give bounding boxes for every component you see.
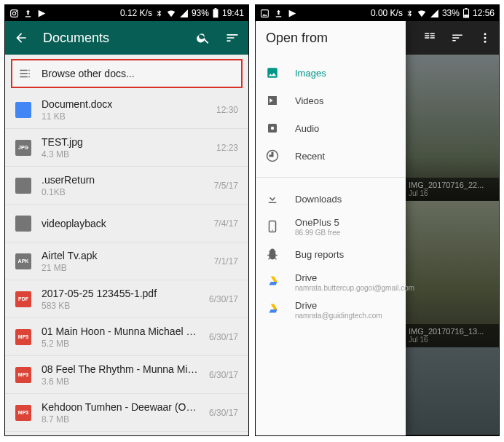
file-name: Document.docx (42, 98, 206, 110)
images-icon (266, 66, 279, 79)
file-item[interactable]: APKAirtel Tv.apk21 MB7/1/17 (5, 242, 248, 280)
file-item[interactable]: PDF2017-05-25 123455.pdf (5, 432, 248, 435)
file-size: 0.1KB (42, 187, 204, 197)
svg-point-9 (484, 33, 487, 35)
bug-icon (266, 248, 279, 261)
upload-icon (23, 9, 33, 18)
drawer-label: OnePlus 5 (295, 217, 340, 228)
gallery-thumb[interactable]: IMG_20170716_13... Jul 16 (404, 201, 499, 347)
divider (256, 177, 406, 178)
battery-percent: 33% (442, 8, 460, 18)
signal-icon (430, 9, 439, 18)
sort-icon[interactable] (225, 31, 240, 45)
thumb-title: IMG_20170716_22... (409, 181, 495, 189)
bluetooth-icon (406, 9, 414, 17)
file-meta: 6/30/17 (209, 408, 238, 418)
gallery-body: IMG_20170716_22... Jul 16 IMG_20170716_1… (256, 21, 499, 435)
file-name: Airtel Tv.apk (42, 250, 204, 261)
videos-icon (266, 94, 279, 107)
browse-label: Browse other docs... (42, 68, 135, 79)
sort-icon[interactable] (451, 31, 464, 44)
file-item[interactable]: MP301 Main Hoon - Munna Michael 190Kbps.… (5, 318, 248, 356)
file-type-icon: MP3 (15, 367, 31, 383)
back-icon[interactable] (14, 31, 28, 45)
file-name: .userReturn (42, 174, 204, 186)
file-meta: 6/30/17 (209, 370, 238, 380)
image-icon (260, 9, 269, 18)
thumb-title: IMG_20170716_13... (409, 327, 495, 336)
wifi-icon (417, 8, 427, 18)
svg-rect-4 (215, 8, 217, 9)
file-list[interactable]: Document.docx11 KB12:30JPGTEST.jpg4.3 MB… (5, 91, 248, 435)
svg-point-2 (16, 10, 17, 11)
more-icon[interactable] (479, 31, 492, 44)
file-name: 2017-05-25 123455-1.pdf (42, 288, 199, 299)
svg-point-1 (12, 12, 15, 15)
file-item[interactable]: .userReturn0.1KB7/5/17 (5, 167, 248, 205)
drawer-item-audio[interactable]: Audio (256, 114, 406, 142)
drive-icon (266, 275, 279, 288)
browse-other-docs[interactable]: Browse other docs... (11, 59, 243, 88)
gallery-thumb[interactable]: IMG_20170716_22... Jul 16 (404, 55, 499, 201)
drawer-item-downloads[interactable]: Downloads (256, 185, 406, 213)
gallery-thumb[interactable] (404, 347, 499, 435)
svg-point-13 (271, 127, 275, 130)
drawer-item-drive-1[interactable]: Drive namrata.buttercup.gogoi@gmail.com (256, 268, 406, 296)
svg-rect-5 (261, 9, 269, 17)
upload-icon (274, 9, 283, 18)
thumb-date: Jul 16 (409, 189, 495, 197)
status-bar: 0.12 K/s 93% 19:41 (5, 5, 248, 21)
drawer-item-videos[interactable]: Videos (256, 87, 406, 114)
file-type-icon: MP3 (15, 405, 31, 421)
file-item[interactable]: MP308 Feel The Rhythm - Munna Michael (A… (5, 356, 248, 394)
search-icon[interactable] (196, 31, 210, 45)
file-item[interactable]: Document.docx11 KB12:30 (5, 91, 248, 129)
battery-icon (462, 8, 470, 18)
drawer-item-recent[interactable]: Recent (256, 142, 406, 170)
battery-icon (212, 8, 219, 18)
drawer-sublabel: namrata@guidingtech.com (295, 312, 382, 320)
file-meta: 7/5/17 (214, 181, 238, 191)
audio-icon (266, 122, 279, 135)
file-type-icon (15, 216, 31, 232)
file-name: Kehdoon Tumhen - Deewaar (Original) 320K… (42, 401, 199, 413)
drawer-item-images[interactable]: Images (256, 59, 406, 87)
thumb-date: Jul 16 (409, 336, 495, 344)
drawer-label: Images (295, 68, 326, 79)
battery-percent: 93% (192, 8, 209, 18)
instagram-icon (9, 9, 19, 18)
file-meta: 12:30 (216, 105, 238, 115)
file-meta: 7/1/17 (214, 256, 238, 267)
file-type-icon: APK (15, 253, 31, 269)
file-type-icon: PDF (15, 291, 31, 307)
grid-view-icon[interactable] (423, 31, 436, 44)
file-item[interactable]: MP3Kehdoon Tumhen - Deewaar (Original) 3… (5, 394, 248, 432)
file-size: 11 KB (42, 111, 206, 122)
drawer-item-device[interactable]: OnePlus 5 86.99 GB free (256, 213, 406, 240)
drawer-label: Audio (295, 123, 319, 134)
clock-text: 12:56 (473, 8, 495, 18)
drawer-item-bug-reports[interactable]: Bug reports (256, 240, 406, 268)
signal-icon (179, 9, 189, 18)
svg-point-15 (272, 230, 273, 232)
file-size: 3.6 MB (42, 376, 199, 387)
phone-open-from: 0.00 K/s 33% 12:56 IMG_20170716_22... Ju… (255, 4, 500, 436)
svg-rect-7 (464, 15, 468, 17)
drawer-sublabel: 86.99 GB free (295, 229, 340, 237)
drawer-item-drive-2[interactable]: Drive namrata@guidingtech.com (256, 296, 406, 323)
file-size: 21 MB (42, 263, 204, 273)
bluetooth-icon (155, 9, 163, 17)
file-item[interactable]: JPGTEST.jpg4.3 MB12:23 (5, 129, 248, 167)
file-type-icon (15, 178, 31, 194)
drawer-label: Drive (295, 272, 414, 283)
page-title: Documents (43, 31, 181, 46)
file-item[interactable]: PDF2017-05-25 123455-1.pdf583 KB6/30/17 (5, 280, 248, 318)
open-from-drawer: Open from Images Videos Audio Recent (256, 21, 406, 435)
file-meta: 6/30/17 (209, 294, 238, 304)
svg-point-10 (484, 37, 487, 39)
file-item[interactable]: videoplayback7/4/17 (5, 205, 248, 242)
drawer-label: Downloads (295, 194, 342, 205)
drawer-label: Videos (295, 95, 324, 106)
file-size: 5.2 MB (42, 339, 199, 349)
file-meta: 12:23 (216, 143, 238, 153)
